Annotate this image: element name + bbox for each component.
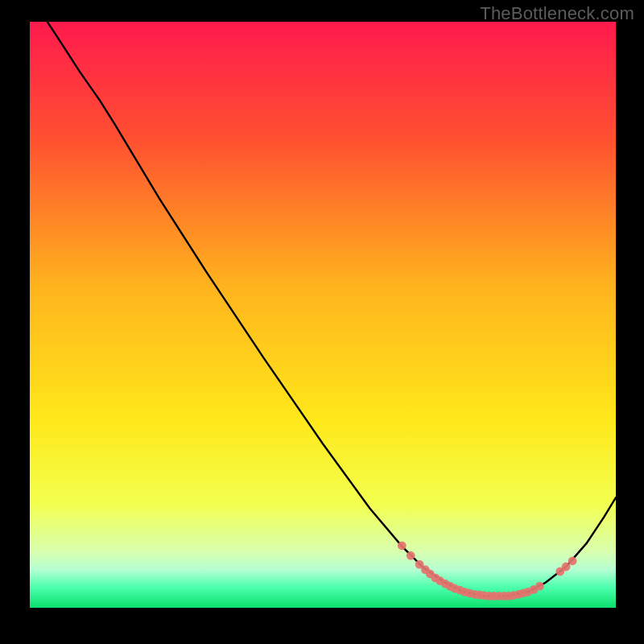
chart-frame: TheBottleneck.com [0, 0, 644, 644]
curve-marker [562, 563, 571, 572]
chart-svg [30, 22, 616, 608]
curve-marker [407, 551, 415, 560]
plot-area [30, 22, 616, 608]
curve-marker [398, 541, 407, 550]
curve-marker [535, 582, 544, 591]
gradient-background [30, 22, 616, 608]
watermark-label: TheBottleneck.com [480, 3, 634, 24]
curve-marker [568, 556, 577, 565]
